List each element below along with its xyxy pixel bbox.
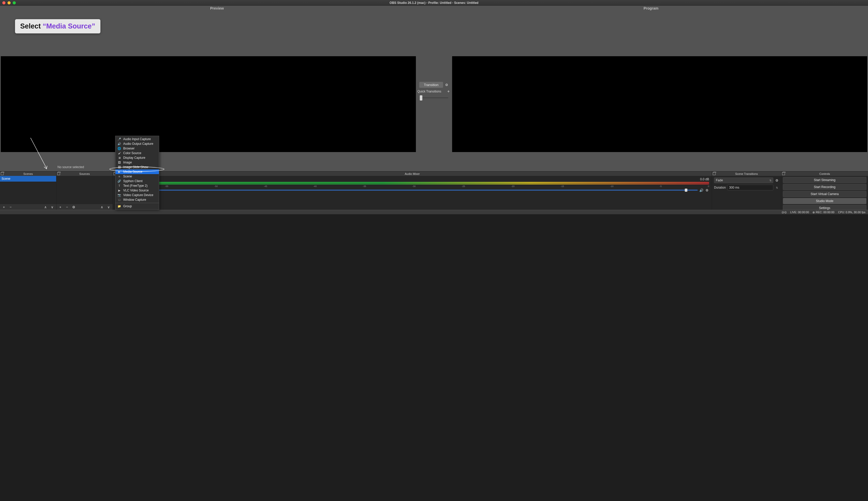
menu-item-label: Window Capture — [123, 198, 146, 202]
duration-stepper[interactable]: ⇅ — [775, 185, 779, 190]
callout-quote-open: “ — [43, 22, 46, 30]
controls-title: Controls — [819, 172, 830, 175]
callout-highlighted-text: Media Source — [46, 22, 92, 30]
menu-item-label: Group — [123, 204, 132, 208]
source-menu-item-vlc-video-source[interactable]: ▶VLC Video Source — [116, 188, 159, 193]
link-icon: 🔗 — [118, 180, 121, 183]
callout-quote-close: ” — [92, 22, 95, 30]
play-icon: ▶ — [118, 189, 121, 192]
source-menu-item-group[interactable]: 📁Group — [116, 204, 159, 209]
dock-area: Scenes Scene + − ∧ ∨ No source selected … — [0, 171, 868, 210]
move-scene-down-button[interactable]: ∨ — [50, 205, 55, 209]
transitions-panel-header[interactable]: Scene Transitions — [712, 171, 781, 176]
scenes-toolbar: + − ∧ ∨ — [0, 204, 56, 210]
transition-select[interactable]: Fade ⇅ — [714, 178, 773, 183]
popout-icon[interactable] — [57, 172, 60, 175]
play-icon: ▶ — [118, 170, 121, 173]
source-menu-item-text-freetype-2-[interactable]: TText (FreeType 2) — [116, 183, 159, 188]
move-scene-up-button[interactable]: ∧ — [43, 205, 48, 209]
add-quick-transition-button[interactable]: + — [447, 89, 451, 94]
duration-input[interactable]: 300 ms — [727, 185, 773, 190]
track-settings-button[interactable]: ⚙ — [705, 188, 709, 192]
studio-mode-button[interactable]: Studio Mode — [783, 198, 866, 204]
mixer-panel-header[interactable]: Audio Mixer — [113, 171, 712, 176]
cam-icon: 📷 — [118, 193, 121, 197]
add-source-menu[interactable]: 🎤Audio Input Capture🔊Audio Output Captur… — [115, 136, 159, 210]
menu-separator — [116, 203, 159, 203]
transition-settings-icon[interactable]: ⚙ — [444, 83, 449, 87]
add-source-button[interactable]: + — [57, 205, 63, 209]
scene-icon: ≡ — [118, 175, 121, 178]
menu-item-label: Color Source — [123, 151, 141, 155]
instruction-callout: Select “Media Source” — [15, 19, 100, 33]
source-properties-button[interactable]: ⚙ — [71, 205, 77, 209]
preview-canvas[interactable] — [1, 56, 416, 152]
source-menu-item-browser[interactable]: 🌐Browser — [116, 146, 159, 151]
quick-transition-slider[interactable] — [420, 95, 448, 100]
popout-icon[interactable] — [1, 172, 4, 175]
transition-column: Transition ⚙ Quick Transitions + — [416, 11, 452, 171]
source-menu-item-syphon-client[interactable]: 🔗Syphon Client — [116, 179, 159, 183]
source-menu-item-video-capture-device[interactable]: 📷Video Capture Device — [116, 193, 159, 198]
start-virtual-camera-button[interactable]: Start Virtual Camera — [783, 191, 866, 197]
transition-config-button[interactable]: ⚙ — [775, 178, 779, 182]
no-source-selected-label: No source selected — [57, 164, 113, 170]
quick-transitions-label: Quick Transitions — [417, 89, 441, 93]
controls-panel-header[interactable]: Controls — [781, 171, 868, 176]
sources-toolbar: + − ⚙ ∧ ∨ — [56, 204, 112, 210]
program-label: Program — [434, 6, 868, 11]
start-streaming-button[interactable]: Start Streaming — [783, 177, 866, 183]
menu-item-label: Text (FreeType 2) — [123, 184, 147, 188]
transition-button[interactable]: Transition — [419, 82, 443, 88]
source-menu-item-image[interactable]: 🖼Image — [116, 160, 159, 165]
source-menu-item-image-slide-show[interactable]: 🖼Image Slide Show — [116, 165, 159, 169]
sources-panel-header[interactable]: Sources — [56, 171, 112, 176]
mic-icon: 🎤 — [118, 138, 121, 141]
globe-icon: 🌐 — [118, 147, 121, 150]
volume-slider[interactable] — [116, 190, 698, 191]
scenes-list[interactable]: Scene — [0, 176, 56, 204]
mixer-track: Mic/Aux 0.0 dB -60-55-50-45-40-35-30-25-… — [113, 176, 712, 194]
remove-source-button[interactable]: − — [64, 205, 70, 209]
spk-icon: 🔊 — [118, 142, 121, 146]
source-menu-item-color-source[interactable]: 🖌Color Source — [116, 151, 159, 156]
sources-list[interactable] — [56, 176, 112, 204]
remove-scene-button[interactable]: − — [8, 205, 13, 209]
menu-item-label: Browser — [123, 147, 134, 150]
preview-pane[interactable] — [0, 11, 416, 171]
popout-icon[interactable] — [713, 172, 716, 175]
scene-item[interactable]: Scene — [0, 176, 56, 182]
live-time: LIVE: 00:00:00 — [790, 211, 809, 214]
track-db: 0.0 dB — [700, 178, 709, 181]
sources-panel: No source selected Sources + − ⚙ ∧ ∨ 🎤Au… — [56, 171, 113, 210]
controls-panel: Controls Start Streaming Start Recording… — [781, 171, 868, 210]
add-scene-button[interactable]: + — [1, 205, 7, 209]
mute-button[interactable]: 🔊 — [699, 188, 703, 192]
img-icon: 🖼 — [118, 161, 121, 164]
rec-time: REC: 00:00:00 — [816, 211, 834, 214]
imgs-icon: 🖼 — [118, 166, 121, 169]
folder-icon: 📁 — [118, 205, 121, 208]
move-source-up-button[interactable]: ∧ — [99, 205, 105, 209]
move-source-down-button[interactable]: ∨ — [106, 205, 111, 209]
source-menu-item-display-capture[interactable]: 🖥Display Capture — [116, 156, 159, 160]
mixer-title: Audio Mixer — [405, 172, 420, 175]
menu-item-label: Media Source — [123, 170, 142, 173]
source-menu-item-audio-input-capture[interactable]: 🎤Audio Input Capture — [116, 137, 159, 141]
source-menu-item-audio-output-capture[interactable]: 🔊Audio Output Capture — [116, 141, 159, 146]
menu-item-label: VLC Video Source — [123, 189, 149, 192]
menu-item-label: Image — [123, 161, 132, 164]
program-canvas[interactable] — [452, 56, 867, 152]
source-menu-item-window-capture[interactable]: □Window Capture — [116, 198, 159, 202]
start-recording-button[interactable]: Start Recording — [783, 184, 866, 190]
scenes-title: Scenes — [23, 172, 33, 175]
scenes-panel: Scenes Scene + − ∧ ∨ — [0, 171, 56, 210]
source-menu-item-media-source[interactable]: ▶Media Source — [116, 169, 159, 174]
menu-item-label: Video Capture Device — [123, 193, 153, 197]
program-pane[interactable] — [452, 11, 868, 171]
popout-icon[interactable] — [782, 172, 785, 175]
scenes-panel-header[interactable]: Scenes — [0, 171, 56, 176]
menu-item-label: Audio Output Capture — [123, 142, 153, 146]
source-menu-item-scene[interactable]: ≡Scene — [116, 174, 159, 179]
settings-button[interactable]: Settings — [783, 205, 866, 210]
